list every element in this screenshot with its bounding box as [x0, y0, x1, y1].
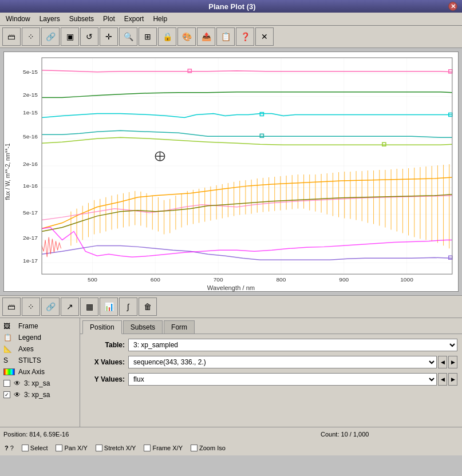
close-toolbar-btn[interactable]: ✕ [255, 27, 274, 46]
window-title: Plane Plot (3) [16, 2, 448, 11]
tab-position[interactable]: Position [82, 320, 122, 334]
connect-bottom-btn[interactable]: 🔗 [41, 298, 60, 316]
layer-item-2[interactable]: 📐Axes [0, 343, 80, 355]
frame-bottom-btn[interactable]: 🗃 [2, 298, 21, 316]
svg-text:5e-16: 5e-16 [23, 133, 38, 140]
window-close-button[interactable]: ✕ [448, 2, 457, 11]
frame-nav-checkbox[interactable] [144, 445, 151, 451]
frame-nav-label: Frame X/Y [152, 445, 183, 451]
x-values-next-btn[interactable]: ▶ [448, 356, 457, 368]
x-values-prev-btn[interactable]: ◀ [438, 356, 447, 368]
export-toolbar-btn[interactable]: 📤 [197, 27, 215, 46]
pan-nav-checkbox[interactable] [56, 445, 62, 451]
svg-text:1e-16: 1e-16 [23, 183, 38, 189]
y-values-select[interactable]: flux [128, 373, 437, 386]
select-nav[interactable]: Select [19, 444, 50, 452]
network-toolbar-btn[interactable]: 🔗 [41, 27, 60, 46]
right-panel: PositionSubsetsForm Table: 3: xp_sampled… [80, 318, 462, 427]
select-nav-label: Select [30, 445, 48, 451]
status-bar: Position: 814, 6.59E-16 Count: 10 / 1,00… [0, 427, 462, 441]
svg-text:700: 700 [214, 276, 223, 283]
tab-subsets[interactable]: Subsets [123, 320, 163, 334]
stretch-nav-checkbox[interactable] [96, 445, 102, 451]
menu-item-help[interactable]: Help [149, 14, 171, 24]
layer-icon-2: 📐 [3, 345, 15, 353]
zoom-nav[interactable]: Zoom Iso [188, 444, 228, 452]
layer-item-4[interactable]: Aux Axis [0, 366, 80, 378]
x-values-container: sequence(343, 336., 2.) ◀ ▶ [128, 356, 457, 368]
layer-item-6[interactable]: ✓👁3: xp_sa [0, 389, 80, 400]
select-region-toolbar-btn[interactable]: ▣ [61, 27, 79, 46]
select-nav-checkbox[interactable] [22, 445, 29, 451]
delete-bottom-btn[interactable]: 🗑 [139, 298, 157, 316]
layer-label-6: 3: xp_sa [24, 391, 50, 399]
layer-icon-3: S [3, 356, 15, 364]
layer-item-1[interactable]: 📋Legend [0, 332, 80, 343]
svg-text:flux / W, m**-2, nm**-1: flux / W, m**-2, nm**-1 [5, 143, 11, 200]
svg-text:2e-16: 2e-16 [23, 161, 38, 167]
help-toolbar-btn[interactable]: ❓ [236, 27, 254, 46]
layer-icon-1: 📋 [3, 334, 15, 342]
scatter-bottom-btn[interactable]: ⁘ [22, 298, 40, 316]
svg-text:1e-15: 1e-15 [23, 110, 38, 116]
table-label: Table: [85, 341, 125, 349]
layer-label-5: 3: xp_sa [24, 379, 50, 387]
function-bottom-btn[interactable]: ∫ [119, 298, 137, 316]
x-values-select[interactable]: sequence(343, 336., 2.) [128, 356, 437, 368]
vector-bottom-btn[interactable]: ↗ [61, 298, 79, 316]
help-nav-icon: ? [5, 445, 9, 451]
y-values-next-btn[interactable]: ▶ [448, 373, 457, 386]
pan-nav-label: Pan X/Y [64, 445, 87, 451]
stretch-nav-label: Stretch X/Y [104, 445, 136, 451]
bar-bottom-btn[interactable]: 📊 [100, 298, 118, 316]
layer-checkbox-5[interactable] [3, 380, 10, 387]
svg-text:600: 600 [151, 276, 160, 283]
table-toolbar-btn[interactable]: 📋 [216, 27, 235, 46]
frame-nav[interactable]: Frame X/Y [141, 444, 185, 452]
plot-svg: 5e-15 2e-15 1e-15 5e-16 2e-16 1e-16 5e-1… [4, 52, 458, 291]
table-select-container: 3: xp_sampled [128, 339, 457, 351]
pan-toolbar-btn[interactable]: ✛ [100, 27, 118, 46]
layer-checkbox-6[interactable]: ✓ [3, 391, 10, 398]
svg-text:500: 500 [88, 276, 97, 283]
layer-label-2: Axes [18, 345, 34, 353]
x-values-label: X Values: [85, 358, 125, 366]
svg-text:1e-17: 1e-17 [23, 257, 38, 264]
zoom-nav-checkbox[interactable] [191, 445, 198, 451]
scatter-toolbar-btn[interactable]: ⁘ [22, 27, 40, 46]
y-values-prev-btn[interactable]: ◀ [438, 373, 447, 386]
stretch-nav[interactable]: Stretch X/Y [93, 444, 139, 452]
layer-item-5[interactable]: 👁3: xp_sa [0, 378, 80, 389]
position-status: Position: 814, 6.59E-16 [3, 431, 231, 438]
layer-item-0[interactable]: 🖼Frame [0, 320, 80, 332]
layer-eye-5[interactable]: 👁 [14, 379, 21, 387]
grid-toolbar-btn[interactable]: ⊞ [139, 27, 157, 46]
svg-text:800: 800 [276, 276, 286, 283]
tab-form[interactable]: Form [164, 320, 195, 334]
layer-eye-6[interactable]: 👁 [14, 391, 21, 399]
layer-item-3[interactable]: SSTILTS [0, 355, 80, 366]
nav-bar: ??SelectPan X/YStretch X/YFrame X/YZoom … [0, 441, 462, 455]
menu-item-window[interactable]: Window [2, 14, 34, 24]
color-toolbar-btn[interactable]: 🎨 [177, 27, 196, 46]
bottom-toolbar: 🗃⁘🔗↗▦📊∫🗑 [0, 296, 462, 318]
table-select[interactable]: 3: xp_sampled [128, 339, 457, 351]
layer-label-1: Legend [18, 334, 41, 342]
pan-nav[interactable]: Pan X/Y [53, 444, 89, 452]
menu-item-export[interactable]: Export [121, 14, 148, 24]
zoom-toolbar-btn[interactable]: 🔍 [119, 27, 137, 46]
lock-toolbar-btn[interactable]: 🔒 [158, 27, 176, 46]
svg-text:5e-17: 5e-17 [23, 209, 38, 216]
y-values-row: Y Values: flux ◀ ▶ [85, 373, 457, 386]
frame-toolbar-btn[interactable]: 🗃 [2, 27, 21, 46]
plot-area: 5e-15 2e-15 1e-15 5e-16 2e-16 1e-16 5e-1… [3, 51, 459, 292]
density-bottom-btn[interactable]: ▦ [80, 298, 98, 316]
x-values-row: X Values: sequence(343, 336., 2.) ◀ ▶ [85, 356, 457, 368]
menu-item-plot[interactable]: Plot [100, 14, 119, 24]
help-nav-label: ? [10, 445, 14, 451]
help-nav[interactable]: ?? [2, 444, 16, 452]
svg-text:900: 900 [339, 276, 349, 283]
refresh-toolbar-btn[interactable]: ↺ [80, 27, 98, 46]
menu-item-subsets[interactable]: Subsets [66, 14, 97, 24]
menu-item-layers[interactable]: Layers [36, 14, 64, 24]
